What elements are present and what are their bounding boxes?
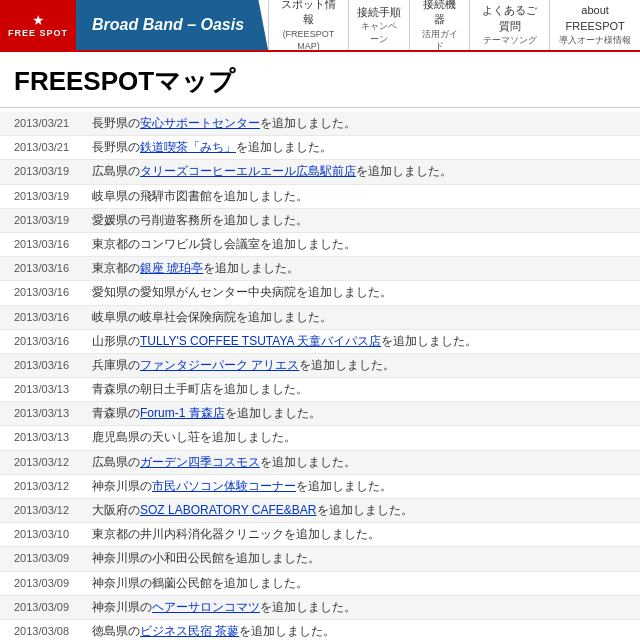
list-item: 2013/03/19愛媛県の弓削遊客務所を追加しました。 [0,209,640,233]
list-item: 2013/03/08徳島県のビジネス民宿 茶蓼を追加しました。 [0,620,640,640]
news-list: 2013/03/21長野県の安心サポートセンターを追加しました。2013/03/… [0,108,640,640]
news-date: 2013/03/16 [14,262,92,274]
news-text: 愛媛県の弓削遊客務所を追加しました。 [92,211,308,230]
list-item: 2013/03/21長野県の鉄道喫茶「みち」を追加しました。 [0,136,640,160]
news-date: 2013/03/16 [14,311,92,323]
news-text: 岐阜県の飛騨市図書館を追加しました。 [92,187,308,206]
news-date: 2013/03/13 [14,431,92,443]
news-text: 神奈川県のヘアーサロンコマツを追加しました。 [92,598,356,617]
news-text: 東京都の井川内科消化器クリニックを追加しました。 [92,525,380,544]
news-link[interactable]: ガーデン四季コスモス [140,455,260,469]
freespot-logo: ★ FREE SPOT [8,12,68,38]
list-item: 2013/03/12広島県のガーデン四季コスモスを追加しました。 [0,451,640,475]
list-item: 2013/03/16山形県のTULLY'S COFFEE TSUTAYA 天童バ… [0,330,640,354]
list-item: 2013/03/09神奈川県の鶴薗公民館を追加しました。 [0,572,640,596]
news-text: 広島県のガーデン四季コスモスを追加しました。 [92,453,356,472]
list-item: 2013/03/09神奈川県のヘアーサロンコマツを追加しました。 [0,596,640,620]
news-link[interactable]: 市民パソコン体験コーナー [152,479,296,493]
list-item: 2013/03/09神奈川県の小和田公民館を追加しました。 [0,547,640,571]
list-item: 2013/03/16兵庫県のファンタジーパーク アリエスを追加しました。 [0,354,640,378]
news-date: 2013/03/21 [14,141,92,153]
news-date: 2013/03/10 [14,528,92,540]
news-date: 2013/03/19 [14,190,92,202]
news-text: 神奈川県の小和田公民館を追加しました。 [92,549,320,568]
list-item: 2013/03/13青森県のForum-1 青森店を追加しました。 [0,402,640,426]
list-item: 2013/03/16岐阜県の岐阜社会保険病院を追加しました。 [0,306,640,330]
list-item: 2013/03/16愛知県の愛知県がんセンター中央病院を追加しました。 [0,281,640,305]
list-item: 2013/03/12大阪府のSOZ LABORATORY CAFE&BARを追加… [0,499,640,523]
news-text: 青森県の朝日土手町店を追加しました。 [92,380,308,399]
news-date: 2013/03/09 [14,601,92,613]
list-item: 2013/03/16東京都のコンワビル貸し会議室を追加しました。 [0,233,640,257]
news-link[interactable]: ヘアーサロンコマツ [152,600,260,614]
list-item: 2013/03/10東京都の井川内科消化器クリニックを追加しました。 [0,523,640,547]
news-text: 大阪府のSOZ LABORATORY CAFE&BARを追加しました。 [92,501,413,520]
news-link[interactable]: 鉄道喫茶「みち」 [140,140,236,154]
news-date: 2013/03/08 [14,625,92,637]
list-item: 2013/03/12神奈川県の市民パソコン体験コーナーを追加しました。 [0,475,640,499]
news-text: 広島県のタリーズコーヒーエルエール広島駅前店を追加しました。 [92,162,452,181]
star-icon: ★ [32,12,45,28]
news-date: 2013/03/09 [14,552,92,564]
logo-text: FREE SPOT [8,28,68,38]
nav-item-1[interactable]: 接続手順キャンペーン [348,0,409,50]
news-link[interactable]: 銀座 琥珀亭 [140,261,203,275]
news-text: 神奈川県の市民パソコン体験コーナーを追加しました。 [92,477,392,496]
news-text: 兵庫県のファンタジーパーク アリエスを追加しました。 [92,356,395,375]
list-item: 2013/03/13鹿児島県の天いし荘を追加しました。 [0,426,640,450]
nav-area: スポット情報(FREESPOT MAP)接続手順キャンペーン接続機器活用ガイドよ… [268,0,640,50]
news-text: 愛知県の愛知県がんセンター中央病院を追加しました。 [92,283,392,302]
brand-label: Broad Band – Oasis [92,16,244,34]
page-title: FREESPOTマップ [14,64,626,99]
nav-item-2[interactable]: 接続機器活用ガイド [409,0,469,50]
brand-tab[interactable]: Broad Band – Oasis [76,0,268,50]
news-link[interactable]: 安心サポートセンター [140,116,260,130]
news-text: 神奈川県の鶴薗公民館を追加しました。 [92,574,308,593]
news-date: 2013/03/09 [14,577,92,589]
news-date: 2013/03/13 [14,407,92,419]
news-link[interactable]: タリーズコーヒーエルエール広島駅前店 [140,164,356,178]
news-text: 山形県のTULLY'S COFFEE TSUTAYA 天童バイパス店を追加しまし… [92,332,477,351]
news-date: 2013/03/12 [14,456,92,468]
list-item: 2013/03/19広島県のタリーズコーヒーエルエール広島駅前店を追加しました。 [0,160,640,184]
list-item: 2013/03/21長野県の安心サポートセンターを追加しました。 [0,112,640,136]
nav-item-4[interactable]: about FREESPOT導入オーナ様情報 [549,0,640,50]
news-date: 2013/03/19 [14,165,92,177]
list-item: 2013/03/13青森県の朝日土手町店を追加しました。 [0,378,640,402]
news-link[interactable]: TULLY'S COFFEE TSUTAYA 天童バイパス店 [140,334,381,348]
nav-item-0[interactable]: スポット情報(FREESPOT MAP) [268,0,348,50]
news-date: 2013/03/12 [14,504,92,516]
header: ★ FREE SPOT Broad Band – Oasis スポット情報(FR… [0,0,640,52]
news-text: 長野県の安心サポートセンターを追加しました。 [92,114,356,133]
nav-item-3[interactable]: よくあるご質問テーマソング [469,0,549,50]
news-link[interactable]: ビジネス民宿 茶蓼 [140,624,239,638]
news-date: 2013/03/19 [14,214,92,226]
news-text: 鹿児島県の天いし荘を追加しました。 [92,428,296,447]
news-text: 長野県の鉄道喫茶「みち」を追加しました。 [92,138,332,157]
news-date: 2013/03/16 [14,238,92,250]
news-text: 徳島県のビジネス民宿 茶蓼を追加しました。 [92,622,335,640]
news-link[interactable]: ファンタジーパーク アリエス [140,358,299,372]
news-link[interactable]: Forum-1 青森店 [140,406,225,420]
logo-area: ★ FREE SPOT [0,0,76,50]
news-link[interactable]: SOZ LABORATORY CAFE&BAR [140,503,317,517]
news-date: 2013/03/16 [14,335,92,347]
news-date: 2013/03/21 [14,117,92,129]
news-date: 2013/03/12 [14,480,92,492]
news-text: 青森県のForum-1 青森店を追加しました。 [92,404,321,423]
news-date: 2013/03/13 [14,383,92,395]
news-text: 東京都のコンワビル貸し会議室を追加しました。 [92,235,356,254]
list-item: 2013/03/19岐阜県の飛騨市図書館を追加しました。 [0,185,640,209]
news-date: 2013/03/16 [14,359,92,371]
page-title-area: FREESPOTマップ [0,52,640,108]
list-item: 2013/03/16東京都の銀座 琥珀亭を追加しました。 [0,257,640,281]
news-text: 岐阜県の岐阜社会保険病院を追加しました。 [92,308,332,327]
news-date: 2013/03/16 [14,286,92,298]
news-text: 東京都の銀座 琥珀亭を追加しました。 [92,259,299,278]
